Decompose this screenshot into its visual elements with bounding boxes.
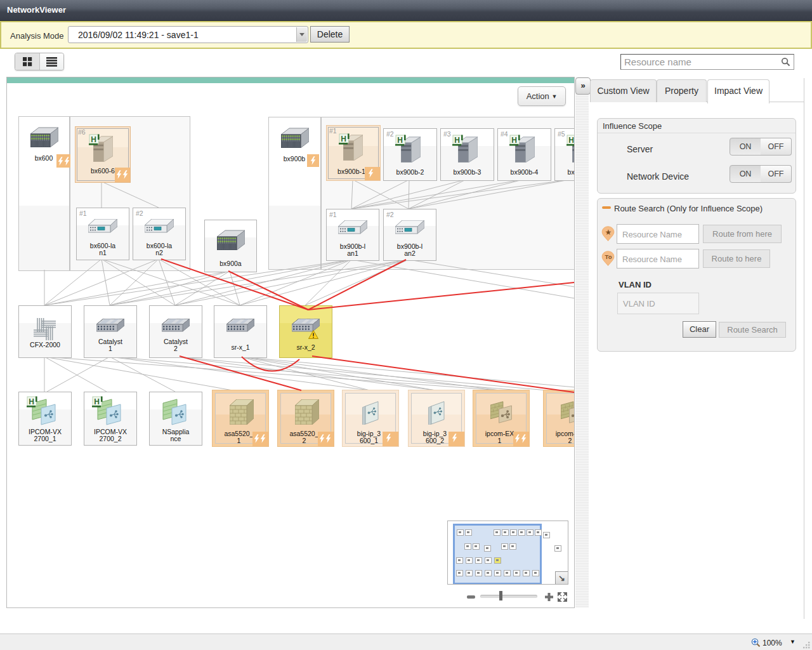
svg-text:To: To: [605, 253, 612, 260]
svg-text:★: ★: [605, 228, 612, 237]
